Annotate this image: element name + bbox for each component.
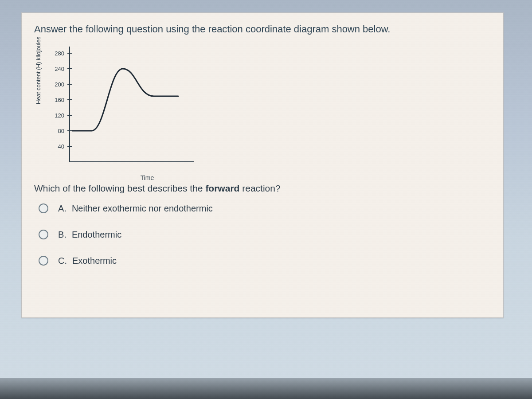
energy-curve — [72, 69, 178, 131]
q-bold: forward — [205, 183, 239, 193]
tick-80: 80 — [58, 128, 64, 134]
tick-40: 40 — [58, 143, 64, 150]
option-a[interactable]: A.Neither exothermic nor endothermic — [39, 203, 491, 214]
q-part2: reaction? — [239, 183, 280, 193]
option-text: Exothermic — [72, 256, 117, 266]
x-axis-label: Time — [92, 174, 203, 181]
tick-200: 200 — [55, 81, 64, 88]
radio-icon[interactable] — [39, 230, 48, 239]
question-text: Which of the following best describes th… — [34, 183, 491, 194]
tick-280: 280 — [55, 50, 64, 57]
y-axis-label: Heat content (H) kilojoules — [35, 36, 42, 104]
option-a-label: A.Neither exothermic nor endothermic — [58, 203, 213, 214]
option-c-label: C.Exothermic — [58, 256, 117, 266]
option-letter: C. — [58, 256, 67, 266]
option-b[interactable]: B.Endothermic — [39, 230, 491, 240]
monitor-bezel-shadow — [0, 378, 532, 399]
option-letter: A. — [58, 203, 66, 213]
reaction-coordinate-diagram: 40 80 120 160 200 240 280 Heat content (… — [43, 42, 203, 175]
option-text: Neither exothermic nor endothermic — [72, 203, 213, 213]
tick-120: 120 — [55, 112, 64, 119]
question-card: Answer the following question using the … — [21, 12, 504, 318]
options-group: A.Neither exothermic nor endothermic B.E… — [39, 203, 491, 266]
option-letter: B. — [58, 230, 66, 239]
option-c[interactable]: C.Exothermic — [39, 256, 491, 266]
q-part1: Which of the following best describes th… — [34, 183, 205, 193]
prompt-text: Answer the following question using the … — [34, 23, 491, 36]
option-b-label: B.Endothermic — [58, 230, 121, 240]
option-text: Endothermic — [72, 230, 121, 239]
radio-icon[interactable] — [39, 203, 48, 213]
tick-160: 160 — [55, 97, 64, 103]
radio-icon[interactable] — [39, 256, 48, 266]
tick-240: 240 — [55, 66, 64, 72]
diagram-svg: 40 80 120 160 200 240 280 — [43, 42, 203, 171]
